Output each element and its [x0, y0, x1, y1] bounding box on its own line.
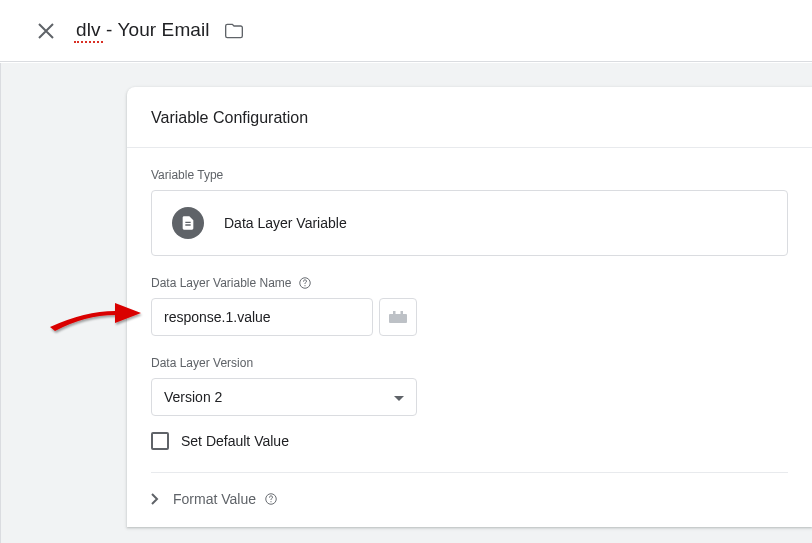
- folder-icon[interactable]: [224, 21, 244, 41]
- variable-type-section: Variable Type Data Layer Variable: [127, 148, 812, 256]
- version-section: Data Layer Version Version 2 Set Default…: [127, 336, 812, 507]
- svg-rect-4: [401, 311, 404, 314]
- checkbox-icon: [151, 432, 169, 450]
- help-icon[interactable]: [298, 276, 312, 290]
- version-value: Version 2: [164, 389, 222, 405]
- config-panel: Variable Configuration Variable Type Dat…: [127, 87, 812, 527]
- variable-type-selector[interactable]: Data Layer Variable: [151, 190, 788, 256]
- title-prefix: dlv: [76, 19, 101, 41]
- close-icon[interactable]: [34, 19, 58, 43]
- top-bar: dlv - Your Email: [0, 0, 812, 62]
- variable-type-value: Data Layer Variable: [224, 215, 347, 231]
- panel-heading: Variable Configuration: [127, 87, 812, 148]
- version-label: Data Layer Version: [151, 356, 788, 370]
- name-label: Data Layer Variable Name: [151, 276, 788, 290]
- data-layer-icon: [172, 207, 204, 239]
- default-value-checkbox[interactable]: Set Default Value: [151, 416, 788, 472]
- version-select[interactable]: Version 2: [151, 378, 417, 416]
- svg-point-1: [304, 285, 305, 286]
- title-suffix: - Your Email: [101, 19, 210, 40]
- caret-down-icon: [394, 388, 404, 406]
- svg-rect-2: [389, 314, 407, 323]
- default-value-label: Set Default Value: [181, 433, 289, 449]
- svg-point-6: [270, 501, 271, 502]
- chevron-right-icon: [151, 493, 159, 505]
- format-value-label: Format Value: [173, 491, 278, 507]
- variable-picker-button[interactable]: [379, 298, 417, 336]
- format-value-toggle[interactable]: Format Value: [151, 473, 788, 507]
- variable-type-label: Variable Type: [151, 168, 788, 182]
- workspace-background: Variable Configuration Variable Type Dat…: [0, 63, 812, 543]
- name-input[interactable]: [151, 298, 373, 336]
- name-section: Data Layer Variable Name: [127, 256, 812, 336]
- variable-name-input[interactable]: dlv - Your Email: [76, 19, 210, 43]
- svg-rect-3: [393, 311, 396, 314]
- help-icon[interactable]: [264, 492, 278, 506]
